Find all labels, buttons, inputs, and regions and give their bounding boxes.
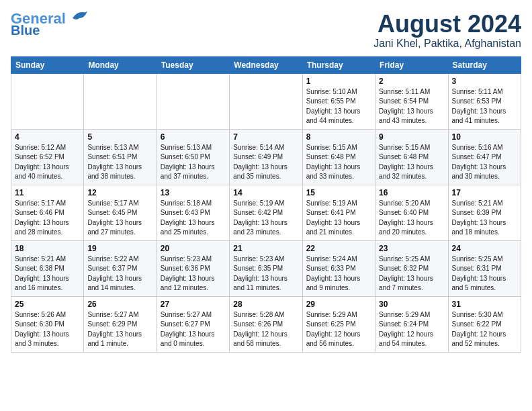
day-number: 12 bbox=[87, 188, 152, 197]
day-number: 2 bbox=[379, 77, 444, 86]
calendar-cell: 8Sunrise: 5:15 AM Sunset: 6:48 PM Daylig… bbox=[302, 129, 375, 185]
weekday-header-thursday: Thursday bbox=[302, 56, 375, 73]
day-number: 21 bbox=[233, 244, 298, 253]
day-number: 23 bbox=[379, 244, 444, 253]
calendar-cell: 26Sunrise: 5:27 AM Sunset: 6:29 PM Dayli… bbox=[84, 296, 157, 352]
calendar-cell: 14Sunrise: 5:19 AM Sunset: 6:42 PM Dayli… bbox=[230, 185, 302, 240]
calendar-cell: 31Sunrise: 5:30 AM Sunset: 6:22 PM Dayli… bbox=[448, 296, 521, 352]
location-subtitle: Jani Khel, Paktika, Afghanistan bbox=[373, 38, 521, 50]
logo-bird-icon bbox=[67, 9, 89, 24]
calendar-week-row: 11Sunrise: 5:17 AM Sunset: 6:46 PM Dayli… bbox=[11, 185, 521, 240]
day-number: 16 bbox=[379, 188, 444, 197]
day-info: Sunrise: 5:22 AM Sunset: 6:37 PM Dayligh… bbox=[87, 255, 152, 293]
logo-blue-text: Blue bbox=[11, 23, 40, 38]
weekday-header-saturday: Saturday bbox=[448, 56, 521, 73]
day-info: Sunrise: 5:16 AM Sunset: 6:47 PM Dayligh… bbox=[452, 143, 517, 182]
calendar-cell: 5Sunrise: 5:13 AM Sunset: 6:51 PM Daylig… bbox=[84, 129, 157, 185]
calendar-cell: 18Sunrise: 5:21 AM Sunset: 6:38 PM Dayli… bbox=[11, 240, 84, 296]
calendar-header-row: SundayMondayTuesdayWednesdayThursdayFrid… bbox=[11, 56, 521, 73]
day-number: 31 bbox=[452, 300, 517, 309]
calendar-cell bbox=[157, 73, 229, 129]
calendar-cell: 10Sunrise: 5:16 AM Sunset: 6:47 PM Dayli… bbox=[448, 129, 521, 185]
day-info: Sunrise: 5:25 AM Sunset: 6:32 PM Dayligh… bbox=[379, 255, 444, 293]
day-info: Sunrise: 5:10 AM Sunset: 6:55 PM Dayligh… bbox=[306, 87, 371, 126]
day-info: Sunrise: 5:25 AM Sunset: 6:31 PM Dayligh… bbox=[452, 255, 517, 293]
calendar-cell: 9Sunrise: 5:15 AM Sunset: 6:48 PM Daylig… bbox=[375, 129, 448, 185]
calendar-cell: 27Sunrise: 5:27 AM Sunset: 6:27 PM Dayli… bbox=[157, 296, 229, 352]
day-info: Sunrise: 5:30 AM Sunset: 6:22 PM Dayligh… bbox=[452, 310, 517, 349]
day-number: 13 bbox=[161, 188, 226, 197]
month-year-title: August 2024 bbox=[373, 11, 521, 38]
calendar-week-row: 1Sunrise: 5:10 AM Sunset: 6:55 PM Daylig… bbox=[11, 73, 521, 129]
day-info: Sunrise: 5:19 AM Sunset: 6:41 PM Dayligh… bbox=[306, 199, 371, 238]
day-number: 29 bbox=[306, 300, 371, 309]
calendar-cell: 1Sunrise: 5:10 AM Sunset: 6:55 PM Daylig… bbox=[302, 73, 375, 129]
calendar-cell: 6Sunrise: 5:13 AM Sunset: 6:50 PM Daylig… bbox=[157, 129, 229, 185]
day-info: Sunrise: 5:12 AM Sunset: 6:52 PM Dayligh… bbox=[15, 143, 80, 182]
day-number: 14 bbox=[233, 188, 298, 197]
day-number: 1 bbox=[306, 77, 371, 86]
title-block: August 2024 Jani Khel, Paktika, Afghanis… bbox=[373, 11, 521, 50]
day-number: 7 bbox=[233, 132, 298, 142]
calendar-cell: 25Sunrise: 5:26 AM Sunset: 6:30 PM Dayli… bbox=[11, 296, 84, 352]
calendar-week-row: 25Sunrise: 5:26 AM Sunset: 6:30 PM Dayli… bbox=[11, 296, 521, 352]
calendar-cell: 12Sunrise: 5:17 AM Sunset: 6:45 PM Dayli… bbox=[84, 185, 157, 240]
day-number: 9 bbox=[379, 132, 444, 142]
day-info: Sunrise: 5:20 AM Sunset: 6:40 PM Dayligh… bbox=[379, 199, 444, 238]
calendar-cell: 28Sunrise: 5:28 AM Sunset: 6:26 PM Dayli… bbox=[230, 296, 302, 352]
calendar-cell: 24Sunrise: 5:25 AM Sunset: 6:31 PM Dayli… bbox=[448, 240, 521, 296]
weekday-header-friday: Friday bbox=[375, 56, 448, 73]
day-number: 18 bbox=[15, 244, 80, 253]
day-number: 10 bbox=[452, 132, 517, 142]
day-number: 26 bbox=[87, 300, 152, 309]
calendar-week-row: 4Sunrise: 5:12 AM Sunset: 6:52 PM Daylig… bbox=[11, 129, 521, 185]
day-info: Sunrise: 5:11 AM Sunset: 6:54 PM Dayligh… bbox=[379, 87, 444, 126]
day-info: Sunrise: 5:28 AM Sunset: 6:26 PM Dayligh… bbox=[233, 310, 298, 349]
calendar-cell: 15Sunrise: 5:19 AM Sunset: 6:41 PM Dayli… bbox=[302, 185, 375, 240]
day-number: 27 bbox=[161, 300, 226, 309]
calendar-cell: 16Sunrise: 5:20 AM Sunset: 6:40 PM Dayli… bbox=[375, 185, 448, 240]
logo: General Blue bbox=[11, 11, 89, 38]
day-number: 28 bbox=[233, 300, 298, 309]
day-number: 4 bbox=[15, 132, 80, 142]
day-info: Sunrise: 5:13 AM Sunset: 6:50 PM Dayligh… bbox=[161, 143, 226, 182]
calendar-table: SundayMondayTuesdayWednesdayThursdayFrid… bbox=[11, 56, 521, 353]
calendar-cell: 21Sunrise: 5:23 AM Sunset: 6:35 PM Dayli… bbox=[230, 240, 302, 296]
day-info: Sunrise: 5:18 AM Sunset: 6:43 PM Dayligh… bbox=[161, 199, 226, 238]
day-info: Sunrise: 5:29 AM Sunset: 6:24 PM Dayligh… bbox=[379, 310, 444, 349]
calendar-week-row: 18Sunrise: 5:21 AM Sunset: 6:38 PM Dayli… bbox=[11, 240, 521, 296]
day-info: Sunrise: 5:27 AM Sunset: 6:27 PM Dayligh… bbox=[161, 310, 226, 349]
day-number: 30 bbox=[379, 300, 444, 309]
weekday-header-sunday: Sunday bbox=[11, 56, 84, 73]
day-number: 3 bbox=[452, 77, 517, 86]
day-info: Sunrise: 5:17 AM Sunset: 6:45 PM Dayligh… bbox=[87, 199, 152, 238]
day-info: Sunrise: 5:15 AM Sunset: 6:48 PM Dayligh… bbox=[306, 143, 371, 182]
calendar-cell bbox=[84, 73, 157, 129]
day-number: 8 bbox=[306, 132, 371, 142]
day-number: 15 bbox=[306, 188, 371, 197]
day-number: 25 bbox=[15, 300, 80, 309]
calendar-cell: 2Sunrise: 5:11 AM Sunset: 6:54 PM Daylig… bbox=[375, 73, 448, 129]
calendar-cell: 17Sunrise: 5:21 AM Sunset: 6:39 PM Dayli… bbox=[448, 185, 521, 240]
day-number: 17 bbox=[452, 188, 517, 197]
day-number: 19 bbox=[87, 244, 152, 253]
day-info: Sunrise: 5:23 AM Sunset: 6:36 PM Dayligh… bbox=[161, 255, 226, 293]
day-info: Sunrise: 5:21 AM Sunset: 6:38 PM Dayligh… bbox=[15, 255, 80, 293]
day-info: Sunrise: 5:15 AM Sunset: 6:48 PM Dayligh… bbox=[379, 143, 444, 182]
day-info: Sunrise: 5:14 AM Sunset: 6:49 PM Dayligh… bbox=[233, 143, 298, 182]
day-number: 11 bbox=[15, 188, 80, 197]
calendar-cell: 23Sunrise: 5:25 AM Sunset: 6:32 PM Dayli… bbox=[375, 240, 448, 296]
day-info: Sunrise: 5:11 AM Sunset: 6:53 PM Dayligh… bbox=[452, 87, 517, 126]
day-info: Sunrise: 5:21 AM Sunset: 6:39 PM Dayligh… bbox=[452, 199, 517, 238]
calendar-cell: 20Sunrise: 5:23 AM Sunset: 6:36 PM Dayli… bbox=[157, 240, 229, 296]
day-info: Sunrise: 5:13 AM Sunset: 6:51 PM Dayligh… bbox=[87, 143, 152, 182]
day-number: 5 bbox=[87, 132, 152, 142]
calendar-cell: 29Sunrise: 5:29 AM Sunset: 6:25 PM Dayli… bbox=[302, 296, 375, 352]
calendar-cell: 4Sunrise: 5:12 AM Sunset: 6:52 PM Daylig… bbox=[11, 129, 84, 185]
calendar-cell bbox=[230, 73, 302, 129]
day-info: Sunrise: 5:24 AM Sunset: 6:33 PM Dayligh… bbox=[306, 255, 371, 293]
page-header: General Blue August 2024 Jani Khel, Pakt… bbox=[11, 11, 521, 50]
calendar-cell: 13Sunrise: 5:18 AM Sunset: 6:43 PM Dayli… bbox=[157, 185, 229, 240]
calendar-cell: 30Sunrise: 5:29 AM Sunset: 6:24 PM Dayli… bbox=[375, 296, 448, 352]
weekday-header-monday: Monday bbox=[84, 56, 157, 73]
